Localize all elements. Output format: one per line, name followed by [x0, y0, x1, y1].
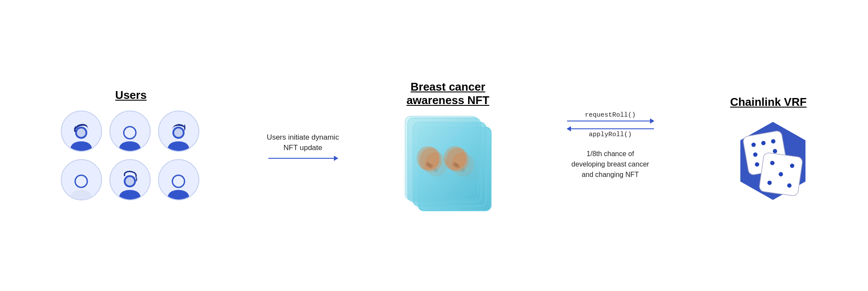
- svg-point-2: [124, 127, 136, 139]
- apply-arrow: [567, 128, 654, 129]
- breast-icon-1: [417, 146, 466, 170]
- breast-shape-l1: [417, 146, 439, 170]
- nft-section: Breast cancer awareness NFT: [405, 80, 492, 211]
- nft-title: Breast cancer awareness NFT: [406, 80, 489, 107]
- chainlink-title: Chainlink VRF: [730, 95, 806, 109]
- chance-label: 1/8th chance ofdeveloping breast cancera…: [571, 149, 649, 180]
- avatar-4: [61, 159, 102, 200]
- users-grid: [61, 111, 201, 203]
- breast-shape-r1: [444, 146, 466, 170]
- diagram: Users: [43, 16, 825, 276]
- right-arrow: [268, 158, 338, 159]
- avatar-2: [109, 111, 151, 152]
- svg-point-1: [77, 128, 86, 137]
- users-title: Users: [115, 88, 146, 102]
- svg-point-7: [125, 177, 134, 186]
- nft-card-1: [405, 116, 479, 200]
- avatar-1: [61, 111, 102, 152]
- request-row: requestRoll(): [550, 111, 671, 121]
- chainlink-section: Chainlink VRF: [729, 95, 808, 196]
- nft-stack: [405, 116, 492, 211]
- users-to-nft-arrow: Users initiate dynamicNFT update: [260, 132, 347, 159]
- request-label: requestRoll(): [585, 111, 636, 119]
- chainlink-vrf-icon: [729, 118, 816, 204]
- apply-row: applyRoll(): [550, 128, 671, 138]
- avatar-6: [158, 159, 199, 200]
- svg-point-4: [174, 128, 183, 137]
- avatar-3: [158, 111, 199, 152]
- request-arrow: [567, 121, 654, 121]
- dice-container: [729, 118, 808, 196]
- avatar-5: [109, 159, 151, 200]
- svg-point-5: [75, 175, 87, 187]
- svg-point-8: [172, 175, 185, 187]
- users-section: Users: [61, 88, 201, 203]
- apply-label: applyRoll(): [589, 131, 632, 138]
- nft-update-label: Users initiate dynamicNFT update: [267, 132, 339, 153]
- interaction-section: requestRoll() applyRoll() 1/8th chance o…: [550, 111, 671, 180]
